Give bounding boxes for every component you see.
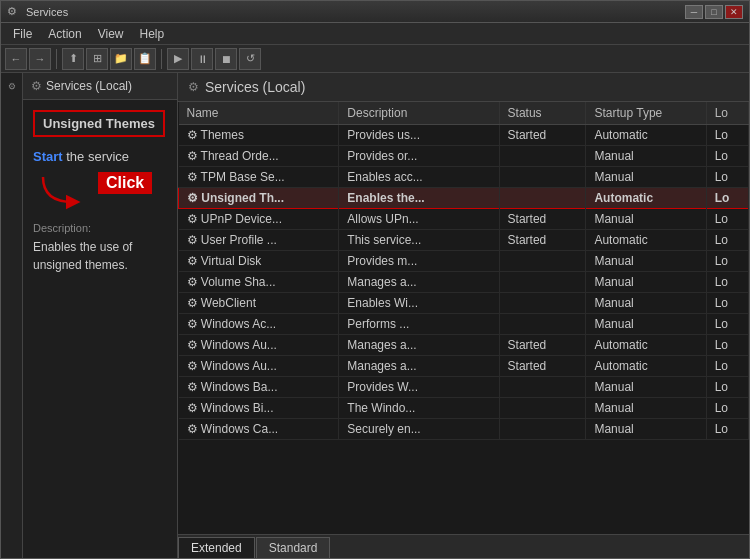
table-row[interactable]: ⚙ Windows Bi...The Windo...ManualLo (179, 398, 749, 419)
table-row[interactable]: ⚙ Windows Ba...Provides W...ManualLo (179, 377, 749, 398)
col-header-name[interactable]: Name (179, 102, 339, 125)
table-row[interactable]: ⚙ Volume Sha...Manages a...ManualLo (179, 272, 749, 293)
cell-name: ⚙ Windows Ac... (179, 314, 339, 335)
cell-lc: Lo (706, 251, 748, 272)
left-panel-content: Unsigned Themes Start the service Click (23, 100, 177, 558)
properties-button[interactable]: 📋 (134, 48, 156, 70)
col-header-lc[interactable]: Lo (706, 102, 748, 125)
up-button[interactable]: ⬆ (62, 48, 84, 70)
cell-startup-type: Automatic (586, 356, 706, 377)
cell-lc: Lo (706, 398, 748, 419)
sidebar-narrow: ⚙ (1, 73, 23, 558)
cell-status (499, 272, 586, 293)
cell-lc: Lo (706, 146, 748, 167)
toolbar-separator-2 (161, 49, 162, 69)
tab-standard[interactable]: Standard (256, 537, 331, 558)
cell-status (499, 314, 586, 335)
minimize-button[interactable]: ─ (685, 5, 703, 19)
pause-button[interactable]: ⏸ (191, 48, 213, 70)
cell-startup-type: Manual (586, 146, 706, 167)
col-header-startup[interactable]: Startup Type (586, 102, 706, 125)
table-row[interactable]: ⚙ Windows Ca...Securely en...ManualLo (179, 419, 749, 440)
cell-status (499, 251, 586, 272)
cell-startup-type: Manual (586, 377, 706, 398)
arrow-icon (33, 172, 93, 212)
title-bar: ⚙ Services ─ □ ✕ (1, 1, 749, 23)
table-row[interactable]: ⚙ Virtual DiskProvides m...ManualLo (179, 251, 749, 272)
start-service-text: Start the service (33, 149, 167, 164)
cell-startup-type: Manual (586, 167, 706, 188)
cell-startup-type: Automatic (586, 230, 706, 251)
menu-help[interactable]: Help (132, 25, 173, 43)
menu-file[interactable]: File (5, 25, 40, 43)
cell-description: Performs ... (339, 314, 499, 335)
cell-lc: Lo (706, 167, 748, 188)
services-header-text: Services (Local) (205, 79, 305, 95)
cell-name: ⚙ UPnP Device... (179, 209, 339, 230)
menu-view[interactable]: View (90, 25, 132, 43)
table-row[interactable]: ⚙ Unsigned Th...Enables the...AutomaticL… (179, 188, 749, 209)
restart-button[interactable]: ↺ (239, 48, 261, 70)
table-row[interactable]: ⚙ TPM Base Se...Enables acc...ManualLo (179, 167, 749, 188)
table-row[interactable]: ⚙ ThemesProvides us...StartedAutomaticLo (179, 125, 749, 146)
cell-name: ⚙ TPM Base Se... (179, 167, 339, 188)
cell-description: Provides us... (339, 125, 499, 146)
table-header-row: Name Description Status Startup Type Lo (179, 102, 749, 125)
cell-status (499, 377, 586, 398)
table-row[interactable]: ⚙ Windows Au...Manages a...StartedAutoma… (179, 335, 749, 356)
cell-description: Securely en... (339, 419, 499, 440)
services-table: Name Description Status Startup Type Lo … (178, 102, 749, 440)
back-button[interactable]: ← (5, 48, 27, 70)
col-header-status[interactable]: Status (499, 102, 586, 125)
cell-name: ⚙ WebClient (179, 293, 339, 314)
cell-name: ⚙ Volume Sha... (179, 272, 339, 293)
cell-startup-type: Manual (586, 314, 706, 335)
cell-startup-type: Manual (586, 293, 706, 314)
cell-lc: Lo (706, 335, 748, 356)
cell-status: Started (499, 125, 586, 146)
forward-button[interactable]: → (29, 48, 51, 70)
play-button[interactable]: ▶ (167, 48, 189, 70)
cell-startup-type: Manual (586, 272, 706, 293)
close-button[interactable]: ✕ (725, 5, 743, 19)
menu-action[interactable]: Action (40, 25, 89, 43)
table-row[interactable]: ⚙ Thread Orde...Provides or...ManualLo (179, 146, 749, 167)
table-row[interactable]: ⚙ Windows Au...Manages a...StartedAutoma… (179, 356, 749, 377)
cell-description: Enables the... (339, 188, 499, 209)
table-row[interactable]: ⚙ UPnP Device...Allows UPn...StartedManu… (179, 209, 749, 230)
click-label[interactable]: Click (98, 172, 152, 194)
services-table-container[interactable]: Name Description Status Startup Type Lo … (178, 102, 749, 534)
cell-status (499, 167, 586, 188)
toolbar-separator-1 (56, 49, 57, 69)
table-row[interactable]: ⚙ User Profile ...This service...Started… (179, 230, 749, 251)
cell-name: ⚙ Windows Au... (179, 335, 339, 356)
services-tbody: ⚙ ThemesProvides us...StartedAutomaticLo… (179, 125, 749, 440)
cell-lc: Lo (706, 230, 748, 251)
menu-bar: File Action View Help (1, 23, 749, 45)
services-header: ⚙ Services (Local) (178, 73, 749, 102)
sidebar-narrow-item[interactable]: ⚙ (7, 77, 17, 95)
cell-description: Allows UPn... (339, 209, 499, 230)
cell-startup-type: Manual (586, 398, 706, 419)
title-bar-controls: ─ □ ✕ (685, 5, 743, 19)
start-link[interactable]: Start (33, 149, 63, 164)
bottom-tabs: Extended Standard (178, 534, 749, 558)
col-header-description[interactable]: Description (339, 102, 499, 125)
stop-button[interactable]: ⏹ (215, 48, 237, 70)
cell-status: Started (499, 335, 586, 356)
tab-extended[interactable]: Extended (178, 537, 255, 558)
map-drive-button[interactable]: ⊞ (86, 48, 108, 70)
description-text: Enables the use of unsigned themes. (33, 238, 167, 274)
maximize-button[interactable]: □ (705, 5, 723, 19)
cell-lc: Lo (706, 272, 748, 293)
cell-startup-type: Manual (586, 251, 706, 272)
table-row[interactable]: ⚙ Windows Ac...Performs ...ManualLo (179, 314, 749, 335)
cell-lc: Lo (706, 125, 748, 146)
cell-lc: Lo (706, 188, 748, 209)
main-area: ⚙ ⚙ Services (Local) Unsigned Themes Sta… (1, 73, 749, 558)
left-panel: ⚙ Services (Local) Unsigned Themes Start… (23, 73, 178, 558)
folder-button[interactable]: 📁 (110, 48, 132, 70)
table-row[interactable]: ⚙ WebClientEnables Wi...ManualLo (179, 293, 749, 314)
cell-name: ⚙ Themes (179, 125, 339, 146)
cell-name: ⚙ Windows Ba... (179, 377, 339, 398)
